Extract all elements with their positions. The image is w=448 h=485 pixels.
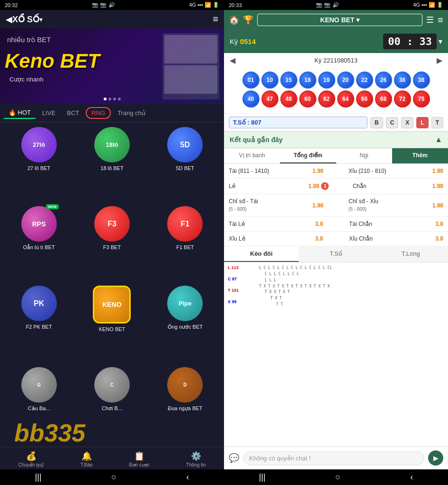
sys-nav-recent-right[interactable]: |||: [259, 472, 266, 482]
game-cauba[interactable]: G Cầu Ba...: [5, 367, 73, 442]
menu-icon-left[interactable]: ≡: [213, 14, 218, 25]
game-5d[interactable]: 5D 5D BET: [151, 127, 219, 201]
keo-tab-keodoi[interactable]: Kèo đôi: [224, 246, 299, 262]
bet-label-xiuchan[interactable]: Xỉu Chẵn: [349, 235, 435, 242]
games-grid: 27lô 27 lô BET 18lô 18 lô BET 5D 5D BET …: [0, 122, 224, 447]
game-f3[interactable]: F3 F3 BET: [78, 206, 146, 281]
ball-01[interactable]: 01: [242, 72, 260, 89]
chat-send-button[interactable]: ▶: [428, 450, 443, 466]
ball-47[interactable]: 47: [261, 90, 278, 108]
bet-odds-taile[interactable]: 3.8: [315, 221, 323, 227]
bet-row-chiso: Chỉ số - Tài(5 - 600) 1.98 Chỉ số - Xỉu(…: [224, 194, 448, 217]
game-pk[interactable]: PK F2 PK BET: [5, 286, 73, 362]
ky-nav-next[interactable]: ▶: [437, 56, 442, 65]
tab-vitribanh[interactable]: Vị trí banh: [224, 148, 280, 163]
tab-bct[interactable]: BCT: [62, 108, 84, 118]
back-button[interactable]: ◀: [6, 14, 12, 25]
bet-label-chiso-tai[interactable]: Chỉ số - Tài(5 - 600): [229, 198, 313, 213]
bet-odds-xiu[interactable]: 1.98: [432, 168, 443, 174]
nav-thongtin[interactable]: ⚙️ Thông tin: [186, 451, 206, 467]
tso-btn-c[interactable]: C: [386, 117, 399, 128]
game-f1[interactable]: F1 F1 BET: [151, 206, 219, 281]
timer-dropdown[interactable]: ▾: [439, 37, 442, 46]
ball-68[interactable]: 68: [375, 90, 392, 108]
ball-26[interactable]: 26: [375, 72, 392, 89]
game-rps[interactable]: RPS NEW Oẳn tù tì BET: [5, 206, 73, 281]
ball-66[interactable]: 66: [356, 90, 373, 108]
bet-odds-chiso-tai[interactable]: 1.98: [313, 202, 323, 209]
tab-ngi[interactable]: Ngi: [336, 148, 392, 163]
bet-odds-le[interactable]: 1.98: [308, 183, 319, 189]
bet-odds-chan[interactable]: 1.98: [432, 183, 443, 189]
sys-nav-back-right[interactable]: ‹: [410, 472, 413, 482]
tab-hot[interactable]: 🔥 HOT: [4, 107, 36, 119]
bet-odds-taichan[interactable]: 3.8: [435, 221, 443, 227]
tso-btn-b[interactable]: B: [370, 117, 383, 128]
home-icon-right[interactable]: 🏠: [229, 15, 239, 25]
nav-tbao[interactable]: 🔔 T.Báo: [81, 451, 93, 467]
nav-chuyenquy[interactable]: 💰 Chuyển quỹ: [18, 451, 44, 467]
game-pipe[interactable]: Pipe Ống nước BET: [151, 286, 219, 362]
ball-48[interactable]: 48: [280, 90, 297, 108]
bet-label-xiu[interactable]: Xỉu (210 - 810): [349, 168, 432, 174]
game-choib[interactable]: C Chơi B...: [78, 367, 146, 442]
sys-nav-home-right[interactable]: ○: [335, 472, 340, 482]
game-18lo[interactable]: 18lô 18 lô BET: [78, 127, 146, 201]
signal-left: 4G ▪▪▪ 📶 🔋: [189, 2, 219, 8]
keo-tab-tso[interactable]: T.Số: [299, 246, 374, 262]
ball-72[interactable]: 72: [394, 90, 411, 108]
tab-rng[interactable]: RNG: [86, 107, 111, 119]
tso-btn-t[interactable]: T: [431, 117, 443, 128]
bet-odds-chiso-xiu[interactable]: 1.98: [432, 202, 443, 209]
sys-nav-home-left[interactable]: ○: [111, 472, 116, 482]
ball-62[interactable]: 62: [318, 90, 335, 108]
ky-nav-prev[interactable]: ◀: [230, 56, 235, 65]
game-27lo[interactable]: 27lô 27 lô BET: [5, 127, 73, 201]
ball-75[interactable]: 75: [413, 90, 430, 108]
bet-label-chan[interactable]: Chẵn: [353, 183, 432, 189]
game-keno[interactable]: KENO KENO BET: [78, 286, 146, 362]
tab-live[interactable]: LIVE: [37, 108, 60, 118]
bet-label-taichan[interactable]: Tài Chẵn: [349, 221, 435, 227]
bet-label-taile[interactable]: Tài Lẻ: [229, 221, 315, 227]
keo-tab-tlong[interactable]: T.Long: [373, 246, 448, 262]
ball-20[interactable]: 20: [337, 72, 354, 89]
sys-nav-recent-left[interactable]: |||: [35, 472, 42, 482]
ket-qua-icon[interactable]: ▲: [435, 135, 442, 144]
bet-label-le[interactable]: Lẻ: [229, 183, 308, 189]
sys-nav-back-left[interactable]: ‹: [186, 472, 189, 482]
ball-38[interactable]: 38: [413, 72, 430, 89]
bet-label-chiso-xiu[interactable]: Chỉ số - Xỉu(5 - 600): [349, 198, 432, 213]
icons-left: 📷 📷 🔊: [92, 2, 115, 8]
chat-input[interactable]: Không có quyền chat !: [243, 451, 424, 465]
ball-60[interactable]: 60: [299, 90, 316, 108]
bet-odds-xiuchan[interactable]: 3.8: [435, 235, 443, 242]
nav-doncuoc[interactable]: 📋 Đơn cược: [129, 451, 150, 467]
tab-them[interactable]: Thêm: [392, 148, 448, 163]
tab-tongdiem[interactable]: Tổng điểm: [280, 148, 336, 163]
ball-64[interactable]: 64: [337, 90, 354, 108]
ball-36[interactable]: 36: [394, 72, 411, 89]
list-icon-right[interactable]: ☰: [426, 15, 434, 25]
ball-22[interactable]: 22: [356, 72, 373, 89]
ball-40[interactable]: 40: [242, 90, 260, 108]
tso-btn-x[interactable]: X: [401, 117, 413, 128]
ball-15[interactable]: 15: [280, 72, 297, 89]
game-duangua[interactable]: D Đua ngựa BET: [151, 367, 219, 442]
menu-icon-right[interactable]: ≡: [438, 15, 443, 26]
dropdown-icon[interactable]: ▾: [39, 16, 43, 23]
result-tabs: Vị trí banh Tổng điểm Ngi Thêm: [224, 148, 448, 164]
ball-19[interactable]: 19: [318, 72, 335, 89]
nav-title: XỔ SỐ: [12, 14, 39, 25]
keno-bet-dropdown[interactable]: KENO BET ▾: [257, 14, 422, 26]
ball-10[interactable]: 10: [261, 72, 278, 89]
bet-odds-xiule[interactable]: 3.8: [315, 235, 323, 242]
trophy-icon-right[interactable]: 🏆: [243, 15, 253, 25]
bet-label-xiule[interactable]: Xỉu Lẻ: [229, 235, 315, 242]
keo-grid-content: L C L C L C L C L C L C L C L CL C L L C…: [259, 265, 444, 308]
bet-odds-tai[interactable]: 1.98: [313, 168, 323, 174]
bet-label-tai[interactable]: Tài (811 - 1410): [229, 168, 313, 174]
tab-trangchu[interactable]: Trang chủ: [113, 108, 150, 118]
ball-18[interactable]: 18: [299, 72, 316, 89]
tso-btn-l[interactable]: L: [416, 117, 428, 128]
